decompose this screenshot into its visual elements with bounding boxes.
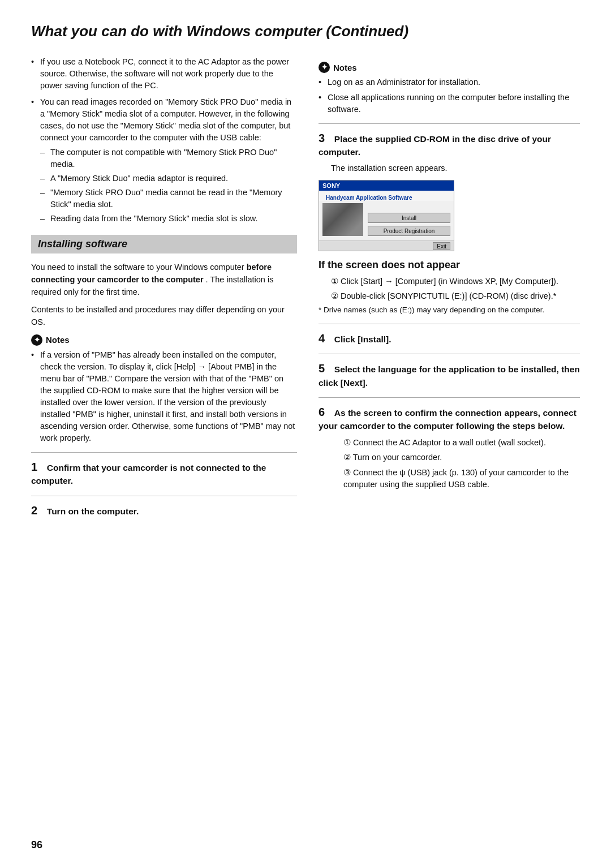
footnote-text: * Drive names (such as (E:)) may vary de… — [319, 305, 580, 316]
right-notes-list: Log on as an Administrator for installat… — [319, 76, 580, 115]
step-5-number: 5 — [319, 362, 325, 375]
note-item: Close all applications running on the co… — [319, 92, 580, 115]
step-3-number: 3 — [319, 132, 325, 144]
step-6: 6 As the screen to confirm the connectio… — [319, 406, 580, 433]
screen-step-text-2: Double-click [SONYPICTUTIL (E:)] (CD-ROM… — [341, 291, 556, 300]
intro-bullet-list: If you use a Notebook PC, connect it to … — [31, 56, 297, 225]
screen-steps-list: ① Click [Start] → [Computer] (in Windows… — [319, 276, 580, 302]
cdrom-brand: SONY — [322, 182, 340, 189]
step-2-number: 2 — [31, 504, 37, 517]
step-num-circle-2: ② — [331, 291, 338, 300]
step-6-number: 6 — [319, 406, 325, 418]
substep-num: ① — [343, 438, 351, 447]
two-column-layout: If you use a Notebook PC, connect it to … — [31, 56, 580, 521]
cdrom-register-btn: Product Registration — [368, 226, 450, 236]
cdrom-screen-image: SONY Handycam Application Software Insta… — [319, 180, 454, 251]
screen-step-item: ① Click [Start] → [Computer] (in Windows… — [319, 276, 580, 287]
page: What you can do with Windows computer (C… — [0, 0, 611, 868]
step-5-text: Select the language for the application … — [319, 364, 580, 387]
subhead-text: If the screen does not appear — [319, 259, 580, 271]
notes-list: If a version of "PMB" has already been i… — [31, 349, 297, 444]
notes-label: ✦ Notes — [31, 334, 297, 346]
list-item: "Memory Stick PRO Duo" media cannot be r… — [40, 187, 297, 210]
page-number: 96 — [31, 839, 42, 851]
step-4: 4 Click [Install]. — [319, 332, 580, 346]
substep-item: ③ Connect the ψ (USB) jack (p. 130) of y… — [331, 467, 580, 491]
notes-icon: ✦ — [31, 334, 42, 346]
step-2-text: Turn on the computer. — [47, 506, 139, 516]
step-1-spacer — [40, 463, 44, 472]
right-notes-label-text: Notes — [333, 63, 357, 72]
cdrom-title-bar: SONY — [319, 181, 454, 191]
note-item: Log on as an Administrator for installat… — [319, 76, 580, 88]
section-header-installing: Installing software — [31, 235, 297, 253]
list-item: The computer is not compatible with "Mem… — [40, 147, 297, 170]
step-6-spacer — [327, 408, 332, 418]
list-item-text: You can read images recorded on "Memory … — [40, 97, 291, 142]
substep-text: Connect the ψ (USB) jack (p. 130) of you… — [343, 468, 569, 489]
substep-item: ② Turn on your camcorder. — [331, 452, 580, 463]
divider — [319, 324, 580, 324]
step-1: 1 Confirm that your camcorder is not con… — [31, 461, 297, 488]
subhead-screen-not-appear: If the screen does not appear ① Click [S… — [319, 259, 580, 316]
right-notes-icon: ✦ — [319, 62, 330, 73]
cdrom-install-btn: Install — [368, 213, 450, 223]
left-column: If you use a Notebook PC, connect it to … — [31, 56, 297, 521]
sub-bullet-list: The computer is not compatible with "Mem… — [40, 147, 297, 225]
step-1-number: 1 — [31, 461, 37, 473]
step-2-spacer — [40, 506, 44, 516]
substep-text: Connect the AC Adaptor to a wall outlet … — [353, 438, 546, 447]
section-body2: Contents to be installed and procedures … — [31, 304, 297, 329]
divider — [319, 354, 580, 354]
divider — [31, 496, 297, 496]
list-item: Reading data from the "Memory Stick" med… — [40, 213, 297, 225]
cdrom-app-title: Handycam Application Software — [326, 195, 447, 201]
substep-text: Turn on your camcorder. — [353, 453, 442, 462]
divider — [319, 123, 580, 124]
step-6-text: As the screen to confirm the connection … — [319, 408, 576, 431]
step-3: 3 Place the supplied CD-ROM in the disc … — [319, 132, 580, 159]
substep-num: ② — [343, 453, 351, 462]
section-body: You need to install the software to your… — [31, 261, 297, 298]
step-4-number: 4 — [319, 332, 325, 345]
divider — [31, 452, 297, 453]
step-4-text: Click [Install]. — [334, 334, 391, 344]
step-num-circle-1: ① — [331, 277, 338, 286]
divider — [319, 397, 580, 398]
note-item: If a version of "PMB" has already been i… — [31, 349, 297, 444]
step-1-text: Confirm that your camcorder is not conne… — [31, 463, 266, 485]
step-6-substeps-list: ① Connect the AC Adaptor to a wall outle… — [331, 437, 580, 490]
step-4-spacer — [327, 334, 332, 344]
step-2: 2 Turn on the computer. — [31, 504, 297, 518]
cdrom-content-area: Install Product Registration — [319, 201, 454, 240]
list-item: A "Memory Stick Duo" media adaptor is re… — [40, 173, 297, 184]
list-item: You can read images recorded on "Memory … — [31, 96, 297, 225]
right-notes-label: ✦ Notes — [319, 62, 580, 73]
cdrom-image-placeholder — [322, 203, 363, 236]
step-3-text: Place the supplied CD-ROM in the disc dr… — [319, 134, 551, 157]
cdrom-button-area: Install Product Registration — [368, 203, 450, 236]
right-column: ✦ Notes Log on as an Administrator for i… — [319, 56, 580, 521]
step-3-spacer — [327, 134, 332, 144]
page-title: What you can do with Windows computer (C… — [31, 23, 580, 40]
cdrom-bottom-bar: Exit — [319, 240, 454, 251]
step-3-body: The installation screen appears. — [331, 162, 580, 175]
body-text-normal: You need to install the software to your… — [31, 263, 244, 272]
step-5: 5 Select the language for the applicatio… — [319, 362, 580, 389]
list-item: If you use a Notebook PC, connect it to … — [31, 56, 297, 92]
notes-label-text: Notes — [46, 335, 70, 345]
step-5-spacer — [327, 364, 332, 374]
substep-num: ③ — [343, 468, 351, 477]
screen-step-item: ② Double-click [SONYPICTUTIL (E:)] (CD-R… — [319, 290, 580, 302]
substep-item: ① Connect the AC Adaptor to a wall outle… — [331, 437, 580, 449]
cdrom-exit-btn: Exit — [433, 242, 450, 250]
screen-step-text-1: Click [Start] → [Computer] (in Windows X… — [341, 277, 558, 286]
